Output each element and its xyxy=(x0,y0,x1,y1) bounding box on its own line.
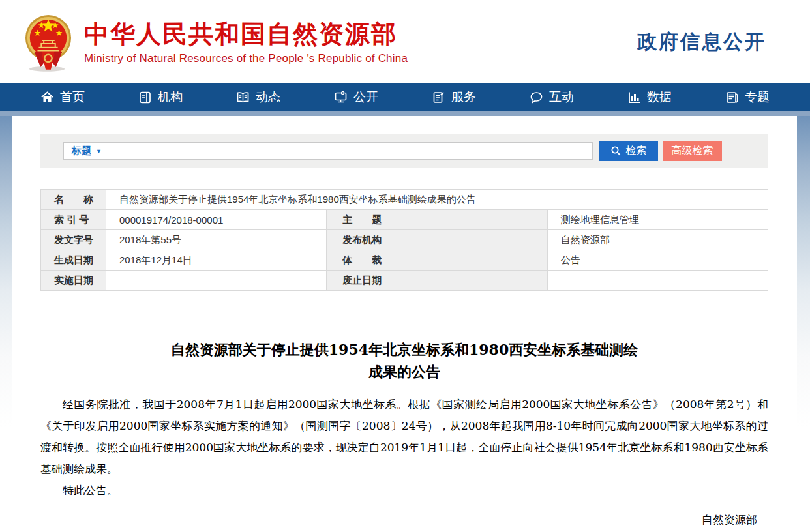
nav-item-interaction[interactable]: 互动 xyxy=(530,89,627,106)
nav-label: 动态 xyxy=(256,89,280,106)
nav-item-home[interactable]: 首页 xyxy=(40,89,138,106)
nav-label: 首页 xyxy=(60,89,85,106)
meta-repeal-label: 废止日期 xyxy=(327,271,547,291)
search-field-selector[interactable]: 标题 ▼ xyxy=(72,145,102,157)
article-title-line1: 自然资源部关于停止提供1954年北京坐标系和1980西安坐标系基础测绘 xyxy=(171,341,638,358)
nav-item-service[interactable]: 服务 xyxy=(432,89,530,106)
signature-block: 自然资源部 2018年12月14日 xyxy=(40,509,768,532)
advanced-search-button[interactable]: 高级检索 xyxy=(663,141,722,161)
nav-item-news[interactable]: 动态 xyxy=(236,89,334,106)
search-field-label: 标题 xyxy=(72,145,91,157)
meta-docnum-label: 发文字号 xyxy=(41,230,106,250)
organization-icon xyxy=(138,91,152,104)
meta-genre-label: 体 裁 xyxy=(327,250,547,271)
page: 中华人民共和国自然资源部 Ministry of Natural Resourc… xyxy=(0,0,810,532)
site-header: 中华人民共和国自然资源部 Ministry of Natural Resourc… xyxy=(0,0,810,83)
meta-subject-label: 主 题 xyxy=(327,210,547,230)
brand-text: 中华人民共和国自然资源部 Ministry of Natural Resourc… xyxy=(84,19,408,65)
page-title: 政府信息公开 xyxy=(637,29,766,55)
home-icon xyxy=(40,91,54,104)
article-title: 自然资源部关于停止提供1954年北京坐标系和1980西安坐标系基础测绘 成果的公… xyxy=(40,338,768,383)
table-row: 索 引 号 000019174/2018-00001 主 题 测绘地理信息管理 xyxy=(41,210,768,230)
meta-gendate-label: 生成日期 xyxy=(41,250,106,271)
meta-index-value: 000019174/2018-00001 xyxy=(106,210,327,230)
nav-label: 数据 xyxy=(647,89,672,106)
data-icon xyxy=(627,91,641,104)
nav-label: 机构 xyxy=(158,89,183,106)
signature-agency: 自然资源部 xyxy=(40,509,757,530)
topics-icon xyxy=(725,91,739,104)
content-panel: 标题 ▼ 检索 高级检索 名 称 xyxy=(12,116,797,532)
meta-name-label: 名 称 xyxy=(41,190,106,210)
meta-impl-label: 实施日期 xyxy=(41,271,106,291)
meta-index-label: 索 引 号 xyxy=(41,210,106,230)
search-button-label: 检索 xyxy=(626,144,647,158)
national-emblem-icon xyxy=(24,11,72,72)
nav-item-organization[interactable]: 机构 xyxy=(138,89,236,106)
meta-genre-value: 公告 xyxy=(547,250,768,271)
meta-subject-value: 测绘地理信息管理 xyxy=(547,210,768,230)
meta-gendate-value: 2018年12月14日 xyxy=(106,250,327,271)
news-icon xyxy=(236,91,250,104)
meta-impl-value xyxy=(106,271,327,291)
nav-label: 服务 xyxy=(451,89,476,106)
disclosure-icon xyxy=(334,91,348,104)
meta-repeal-value xyxy=(547,271,768,291)
table-row: 名 称 自然资源部关于停止提供1954年北京坐标系和1980西安坐标系基础测绘成… xyxy=(41,190,768,210)
search-input[interactable]: 标题 ▼ xyxy=(63,142,593,160)
nav-item-topics[interactable]: 专题 xyxy=(725,89,770,106)
search-icon xyxy=(610,145,622,156)
nav-label: 公开 xyxy=(353,89,378,106)
advanced-search-label: 高级检索 xyxy=(672,144,713,158)
content-background: 标题 ▼ 检索 高级检索 名 称 xyxy=(0,116,810,532)
service-icon xyxy=(432,91,445,104)
document-meta-table: 名 称 自然资源部关于停止提供1954年北京坐标系和1980西安坐标系基础测绘成… xyxy=(40,189,768,291)
search-bar: 标题 ▼ 检索 高级检索 xyxy=(40,134,768,168)
site-logo-link[interactable]: 中华人民共和国自然资源部 Ministry of Natural Resourc… xyxy=(24,11,408,72)
main-nav: 首页 机构 动态 公开 xyxy=(0,83,810,111)
search-button[interactable]: 检索 xyxy=(599,141,658,161)
article-paragraph: 经国务院批准，我国于2008年7月1日起启用2000国家大地坐标系。根据《国家测… xyxy=(40,394,768,480)
article-title-line2: 成果的公告 xyxy=(368,363,440,380)
chevron-down-icon: ▼ xyxy=(96,148,102,155)
meta-docnum-value: 2018年第55号 xyxy=(106,230,327,250)
table-row: 发文字号 2018年第55号 发布机构 自然资源部 xyxy=(41,230,768,250)
meta-agency-label: 发布机构 xyxy=(327,230,547,250)
site-title-cn: 中华人民共和国自然资源部 xyxy=(84,19,408,49)
nav-item-data[interactable]: 数据 xyxy=(627,89,725,106)
nav-accent-strip xyxy=(0,111,810,116)
table-row: 生成日期 2018年12月14日 体 裁 公告 xyxy=(41,250,768,271)
announcement-article: 自然资源部关于停止提供1954年北京坐标系和1980西安坐标系基础测绘 成果的公… xyxy=(40,338,768,532)
interaction-icon xyxy=(530,91,543,104)
meta-name-value: 自然资源部关于停止提供1954年北京坐标系和1980西安坐标系基础测绘成果的公告 xyxy=(106,190,768,210)
site-title-en: Ministry of Natural Resources of the Peo… xyxy=(84,52,408,65)
table-row: 实施日期 废止日期 xyxy=(41,271,768,291)
nav-label: 专题 xyxy=(745,89,770,106)
nav-label: 互动 xyxy=(549,89,574,106)
nav-item-disclosure[interactable]: 公开 xyxy=(334,89,432,106)
article-paragraph: 特此公告。 xyxy=(40,480,768,501)
meta-agency-value: 自然资源部 xyxy=(547,230,768,250)
